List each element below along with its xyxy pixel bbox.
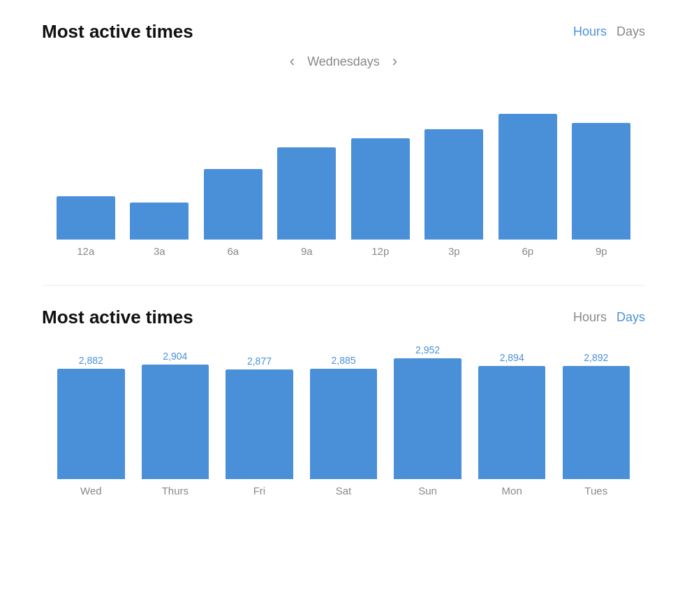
days-x-label-5: Mon xyxy=(470,485,554,497)
hours-x-label-7: 9p xyxy=(565,245,639,257)
days-bar-group-4: 2,952 xyxy=(385,344,470,479)
hours-bar-group-1 xyxy=(123,203,197,240)
days-bar-value-0: 2,882 xyxy=(79,355,103,366)
hours-x-label-0: 12a xyxy=(49,245,123,257)
days-x-label-1: Thurs xyxy=(133,485,218,497)
section2-toggle-group: Hours Days xyxy=(573,310,645,325)
hours-bar-2 xyxy=(204,169,263,240)
days-x-label-0: Wed xyxy=(49,485,133,497)
hours-bar-1 xyxy=(130,203,189,240)
hours-bar-group-6 xyxy=(491,114,565,240)
days-bar-2 xyxy=(226,369,293,479)
section1-toggle-group: Hours Days xyxy=(573,24,645,39)
days-x-label-3: Sat xyxy=(302,485,386,497)
days-bar-value-5: 2,894 xyxy=(500,352,524,363)
section-divider xyxy=(42,285,645,286)
hours-x-label-4: 12p xyxy=(344,245,418,257)
days-bar-group-6: 2,892 xyxy=(554,352,638,479)
hours-bar-chart xyxy=(42,86,645,240)
days-bar-1 xyxy=(142,365,209,479)
section1-hours-toggle[interactable]: Hours xyxy=(573,24,607,39)
days-bar-group-3: 2,885 xyxy=(302,355,386,479)
next-day-button[interactable]: › xyxy=(392,54,397,69)
hours-section: Most active times Hours Days ‹ Wednesday… xyxy=(42,21,645,257)
hours-x-label-2: 6a xyxy=(196,245,270,257)
section2-header: Most active times Hours Days xyxy=(42,307,645,328)
section1-days-toggle[interactable]: Days xyxy=(616,24,645,39)
days-bar-value-6: 2,892 xyxy=(584,352,608,363)
hours-bar-group-5 xyxy=(418,129,492,240)
hours-bar-group-4 xyxy=(344,138,418,240)
days-bar-value-4: 2,952 xyxy=(415,344,440,355)
days-bar-value-2: 2,877 xyxy=(247,355,272,367)
hours-bar-3 xyxy=(277,147,336,240)
days-x-label-6: Tues xyxy=(554,485,638,497)
section1-header: Most active times Hours Days xyxy=(42,21,645,43)
days-x-axis: WedThursFriSatSunMonTues xyxy=(42,479,645,497)
day-navigator: ‹ Wednesdays › xyxy=(42,54,645,69)
days-bar-3 xyxy=(310,369,377,479)
hours-x-label-3: 9a xyxy=(270,245,344,257)
days-bar-group-0: 2,882 xyxy=(49,355,133,479)
hours-bar-group-2 xyxy=(196,169,270,240)
days-bar-chart: 2,8822,9042,8772,8852,9522,8942,892 xyxy=(42,339,645,479)
hours-bar-5 xyxy=(424,129,483,240)
hours-bar-group-7 xyxy=(565,123,639,240)
section2-title: Most active times xyxy=(42,307,193,328)
days-bar-group-5: 2,894 xyxy=(470,352,554,479)
days-bar-0 xyxy=(57,369,124,479)
days-bar-group-1: 2,904 xyxy=(133,351,218,479)
current-day-label: Wednesdays xyxy=(307,54,380,69)
hours-bar-7 xyxy=(572,123,630,240)
hours-x-label-6: 6p xyxy=(491,245,565,257)
days-x-label-2: Fri xyxy=(217,485,302,497)
section1-title: Most active times xyxy=(42,21,193,43)
section2-hours-toggle[interactable]: Hours xyxy=(573,310,607,325)
hours-x-label-5: 3p xyxy=(418,245,492,257)
hours-x-axis: 12a3a6a9a12p3p6p9p xyxy=(42,240,645,257)
days-bar-6 xyxy=(563,366,630,479)
days-bar-value-3: 2,885 xyxy=(332,355,356,366)
days-x-label-4: Sun xyxy=(385,485,470,497)
hours-x-label-1: 3a xyxy=(123,245,197,257)
hours-bar-group-0 xyxy=(49,196,123,240)
hours-bar-4 xyxy=(351,138,410,240)
hours-bar-6 xyxy=(498,114,557,240)
days-section: Most active times Hours Days 2,8822,9042… xyxy=(42,307,645,497)
days-bar-4 xyxy=(394,358,461,479)
days-bar-value-1: 2,904 xyxy=(163,351,187,362)
days-bar-group-2: 2,877 xyxy=(217,355,302,479)
hours-bar-0 xyxy=(57,196,115,240)
prev-day-button[interactable]: ‹ xyxy=(290,54,295,69)
days-bar-5 xyxy=(478,366,545,479)
hours-bar-group-3 xyxy=(270,147,344,240)
section2-days-toggle[interactable]: Days xyxy=(616,310,645,325)
